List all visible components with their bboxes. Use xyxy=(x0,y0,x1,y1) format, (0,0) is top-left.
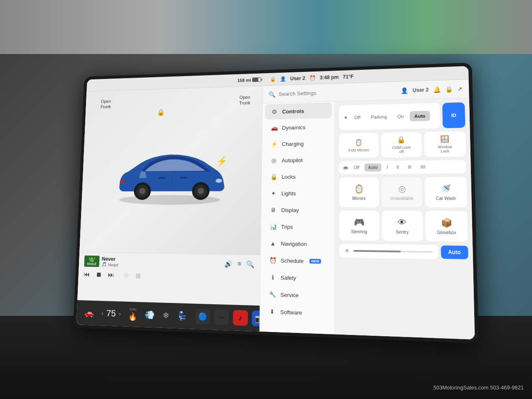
wipers-row: 🌧 Off Auto I II III IIII xyxy=(339,160,466,174)
window-lock-btn[interactable]: 🪟 WindowLock xyxy=(424,131,466,157)
headlights-row: ✦ Off Parking On Auto ID xyxy=(339,102,466,130)
headlights-control: ✦ Off Parking On Auto xyxy=(339,103,440,131)
sentry-label: Sentry xyxy=(396,229,409,234)
mirrors-icon: 🪞 xyxy=(353,184,364,194)
heat-control[interactable]: Auto 🔥 xyxy=(128,307,137,322)
temperature-control: ‹ 75 › xyxy=(101,308,121,319)
headlight-on-btn[interactable]: On xyxy=(393,111,408,122)
mirrors-btn[interactable]: 🪞 Mirrors xyxy=(339,177,379,207)
wiper-4-btn[interactable]: IIII xyxy=(417,163,429,171)
wiper-auto-btn[interactable]: Auto xyxy=(365,163,382,172)
auto-brightness-btn[interactable]: Auto xyxy=(441,246,468,259)
nav-item-charging[interactable]: ⚡ Charging xyxy=(264,135,332,152)
lock-icon-header[interactable]: 🔒 xyxy=(445,86,453,93)
headlight-parking-btn[interactable]: Parking xyxy=(367,112,392,122)
id-label: ID xyxy=(451,113,456,118)
clock-icon: ⏰ xyxy=(309,75,315,81)
battery-display: 158 mi xyxy=(237,77,261,83)
nav-app-icon[interactable]: 🔵 xyxy=(195,309,210,325)
user-name: User 2 xyxy=(290,75,305,81)
nav-label-charging: Charging xyxy=(282,140,304,147)
car-wash-icon: 🚿 xyxy=(440,183,451,194)
nav-item-service[interactable]: 🔧 Service xyxy=(263,286,332,304)
battery-miles: 158 mi xyxy=(237,77,251,82)
playlist-icon[interactable]: ⊞ xyxy=(135,272,141,280)
current-time: 3:48 pm xyxy=(320,74,339,80)
nav-item-display[interactable]: 🖥 Display xyxy=(264,202,332,218)
controls-icon: ⊙ xyxy=(271,108,278,116)
nav-item-controls[interactable]: ⊙ Controls xyxy=(265,103,332,120)
car-wash-btn[interactable]: 🚿 Car Wash xyxy=(425,177,467,207)
music-top-row: 106.7 THE EAGLE Never 🎵 Heart xyxy=(84,256,254,270)
menu-app-icon[interactable]: ··· xyxy=(214,309,229,325)
temperature-display: 71°F xyxy=(343,74,354,80)
svg-rect-9 xyxy=(120,180,124,183)
main-content: Open Frunk Open Trunk 🔒 ⚡ xyxy=(76,79,475,340)
user-icon: 👤 xyxy=(280,76,286,82)
unavailable-label: Unavailable xyxy=(390,196,414,201)
nav-item-navigation[interactable]: ▲ Navigation xyxy=(263,235,332,252)
volume-icon[interactable]: 🔊 xyxy=(224,260,233,268)
arrow-icon[interactable]: ↗ xyxy=(457,85,463,92)
settings-body: ⊙ Controls 🚗 Dynamics ⚡ Charging ◎ xyxy=(260,98,475,340)
nav-item-trips[interactable]: 📊 Trips xyxy=(264,219,332,235)
sentry-btn[interactable]: 👁 Sentry xyxy=(382,211,423,241)
sentry-icon: 👁 xyxy=(398,217,407,227)
nav-item-autopilot[interactable]: ◎ Autopilot xyxy=(264,152,332,168)
temp-up-icon[interactable]: › xyxy=(119,310,121,317)
prev-button[interactable]: ⏮ xyxy=(84,271,90,278)
glovebox-label: Glovebox xyxy=(437,230,456,235)
nav-item-dynamics[interactable]: 🚗 Dynamics xyxy=(265,119,332,135)
nav-label-dynamics: Dynamics xyxy=(282,124,305,131)
temp-down-icon[interactable]: ‹ xyxy=(101,310,103,317)
headlight-icon: ✦ xyxy=(343,114,348,121)
glovebox-icon: 📦 xyxy=(441,217,452,228)
locks-icon: 🔒 xyxy=(270,173,277,180)
nav-label-display: Display xyxy=(281,207,299,213)
music-panel: 106.7 THE EAGLE Never 🎵 Heart xyxy=(77,252,260,306)
brightness-control: ☀ xyxy=(339,244,438,259)
wiper-3-btn[interactable]: III xyxy=(404,163,415,171)
search-input[interactable] xyxy=(278,87,397,97)
song-info: Never 🎵 Heart xyxy=(101,256,224,269)
wiper-off-btn[interactable]: Off xyxy=(350,164,363,172)
music-icons-right: 🔊 ≡ 🔍 xyxy=(224,260,255,268)
search-right: 👤 User 2 🔔 🔒 ↗ xyxy=(401,85,463,94)
fold-mirrors-btn[interactable]: 🪞 Fold Mirrors xyxy=(339,133,379,158)
battery-icon xyxy=(252,77,261,82)
steering-btn[interactable]: 🎮 Steering xyxy=(339,210,379,241)
stop-button[interactable]: ⏹ xyxy=(96,271,102,278)
service-icon: 🔧 xyxy=(268,291,276,298)
glovebox-btn[interactable]: 📦 Glovebox xyxy=(425,211,468,242)
music-search-icon[interactable]: 🔍 xyxy=(246,260,254,268)
headlight-auto-btn[interactable]: Auto xyxy=(410,111,430,121)
fan-icon[interactable]: 💨 xyxy=(145,308,155,322)
screen-bezel: 158 mi 🔒 👤 User 2 ⏰ 3:48 pm 71°F xyxy=(73,62,479,343)
favorite-icon[interactable]: ☆ xyxy=(123,271,130,280)
brightness-track[interactable] xyxy=(353,250,432,253)
child-lock-btn[interactable]: 🔒 Child Lockoff xyxy=(381,132,422,158)
child-lock-icon: 🔒 xyxy=(397,135,406,144)
open-frunk-label[interactable]: Open Frunk xyxy=(101,99,111,110)
next-button[interactable]: ⏭ xyxy=(108,271,114,279)
wiper-1-btn[interactable]: I xyxy=(383,163,392,172)
music-app-icon[interactable]: ♪ xyxy=(233,310,248,326)
charging-icon: ⚡ xyxy=(270,140,278,148)
nav-item-lights[interactable]: ✦ Lights xyxy=(264,185,332,201)
wiper-2-btn[interactable]: II xyxy=(393,163,403,172)
nav-item-schedule[interactable]: ⏰ Schedule NEW xyxy=(263,252,332,270)
car-icon[interactable]: 🚗 xyxy=(84,306,94,319)
defrost-icon[interactable]: ❄ xyxy=(163,308,170,322)
nav-item-safety[interactable]: ℹ Safety xyxy=(263,269,332,287)
open-trunk-label[interactable]: Open Trunk xyxy=(239,94,250,106)
nav-item-software[interactable]: ⬇ Software xyxy=(262,303,332,322)
nav-label-navigation: Navigation xyxy=(281,240,307,247)
radio-info: 106.7 THE EAGLE xyxy=(84,256,99,267)
headlight-off-btn[interactable]: Off xyxy=(350,112,365,123)
seat-heat-icon[interactable]: 💺 xyxy=(177,309,187,323)
car-image xyxy=(104,133,238,206)
headlight-id-btn[interactable]: ID xyxy=(442,102,465,128)
equalizer-icon[interactable]: ≡ xyxy=(237,260,241,268)
bell-icon[interactable]: 🔔 xyxy=(433,86,441,93)
nav-item-locks[interactable]: 🔒 Locks xyxy=(264,168,332,185)
